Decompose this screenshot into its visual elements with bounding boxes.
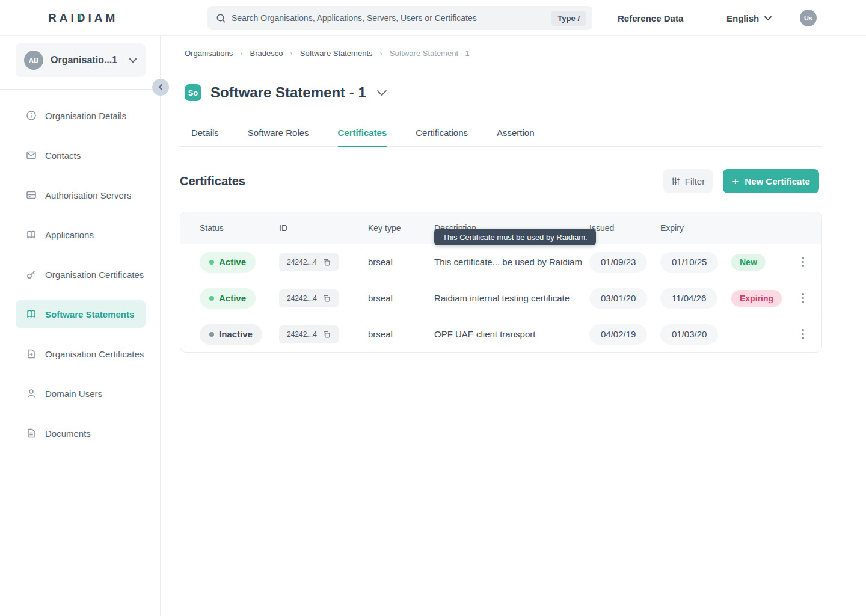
sidebar-item-organisation-details[interactable]: Organisation Details [16, 102, 146, 129]
language-selector[interactable]: English [726, 0, 772, 36]
description-cell: Raidiam internal testing certificate [434, 293, 589, 303]
status-badge: Inactive [200, 324, 262, 345]
page-title: Software Statement - 1 [210, 84, 366, 101]
breadcrumb-separator-icon: › [240, 49, 242, 58]
new-certificate-button[interactable]: + New Certificate [723, 169, 819, 193]
status-badge: Active [200, 288, 256, 309]
status-dot-icon [209, 332, 214, 337]
copy-icon[interactable] [322, 294, 331, 303]
filter-icon [671, 177, 680, 186]
search-icon [216, 13, 226, 23]
user-avatar[interactable]: Us [800, 10, 817, 26]
sidebar-item-software-statements[interactable]: Software Statements [16, 300, 146, 328]
entity-badge: So [185, 84, 201, 101]
status-badge: Active [200, 252, 256, 273]
issued-date-pill: 01/09/23 [589, 252, 647, 273]
breadcrumb-separator-icon: › [380, 49, 382, 58]
sidebar-collapse-button[interactable] [152, 79, 169, 96]
certificate-id-pill: 24242...4 [279, 253, 339, 271]
book-icon [26, 229, 37, 240]
sidebar-nav: Organisation Details Contacts Authorisat… [0, 90, 161, 447]
sidebar-item-authorisation-servers[interactable]: Authorisation Servers [16, 181, 146, 209]
breadcrumb-software-statements[interactable]: Software Statements [300, 49, 373, 58]
app: { "header": { "logo": "RAIDIAM", "logo_l… [0, 0, 866, 616]
certificate-id-pill: 24242...4 [279, 289, 339, 307]
chevron-left-icon [158, 84, 163, 91]
search-shortcut-badge: Type / [551, 11, 586, 26]
tooltip: This Certificate must be used by Raidiam… [434, 229, 596, 245]
description-cell: OPF UAE client transport [434, 329, 589, 339]
breadcrumb-current: Software Statement - 1 [390, 49, 470, 58]
info-icon [26, 110, 37, 121]
copy-icon[interactable] [322, 258, 331, 266]
key-icon [26, 269, 37, 280]
search-input[interactable] [232, 13, 551, 23]
breadcrumb: Organisations › Bradesco › Software Stat… [185, 49, 470, 58]
copy-icon[interactable] [322, 330, 331, 339]
filter-button[interactable]: Filter [663, 169, 713, 193]
plus-icon: + [732, 176, 739, 187]
row-actions-kebab-icon[interactable] [798, 289, 808, 307]
tab-certificates[interactable]: Certificates [338, 128, 387, 146]
chevron-down-icon [129, 58, 137, 63]
main-content: Organisations › Bradesco › Software Stat… [161, 36, 866, 616]
description-cell: This certificate... be used by Raidiam [434, 257, 589, 267]
status-dot-icon [209, 296, 214, 301]
expiry-date-pill: 01/03/20 [660, 324, 718, 345]
sidebar-item-documents[interactable]: Documents [16, 419, 146, 447]
sidebar-item-organisation-certificates[interactable]: Organisation Certificates [16, 260, 146, 288]
header-divider [693, 8, 693, 28]
raidiam-logo: RAIDIAM [48, 11, 118, 25]
chevron-down-icon [764, 16, 772, 21]
expiry-date-pill: 01/10/25 [660, 252, 718, 273]
tab-software-roles[interactable]: Software Roles [248, 128, 309, 146]
col-status: Status [200, 223, 279, 233]
book-icon [26, 309, 37, 319]
issued-date-pill: 03/01/20 [589, 288, 647, 309]
reference-data-link[interactable]: Reference Data [618, 0, 683, 36]
col-key-type: Key type [368, 223, 434, 233]
file-plus-icon [26, 348, 37, 359]
breadcrumb-separator-icon: › [290, 49, 292, 58]
issued-date-pill: 04/02/19 [589, 324, 647, 345]
user-icon [26, 388, 37, 399]
organisation-name: Organisatio...1 [51, 55, 129, 66]
sidebar-item-domain-users[interactable]: Domain Users [16, 380, 146, 407]
server-icon [26, 189, 37, 200]
top-header: RAIDIAM Type / Reference Data English Us [0, 0, 866, 36]
col-issued: Issued [589, 223, 660, 233]
certificate-id-pill: 24242...4 [279, 325, 339, 343]
document-icon [26, 428, 37, 439]
row-actions-kebab-icon[interactable] [798, 325, 808, 343]
table-row: Active 24242...4 brseal Raidiam internal… [180, 280, 821, 316]
key-type-cell: brseal [368, 257, 434, 267]
organisation-avatar: AB [24, 51, 43, 70]
breadcrumb-bradesco[interactable]: Bradesco [250, 49, 283, 58]
page-title-row: So Software Statement - 1 [185, 84, 387, 101]
sidebar-item-organisation-certificates-2[interactable]: Organisation Certificates [16, 340, 146, 368]
organisation-selector[interactable]: AB Organisatio...1 [16, 43, 146, 77]
key-type-cell: brseal [368, 329, 434, 339]
tab-assertion[interactable]: Assertion [497, 128, 535, 146]
status-dot-icon [209, 260, 214, 265]
global-search[interactable]: Type / [207, 6, 592, 30]
tab-certifications[interactable]: Certifications [416, 128, 468, 146]
row-actions-kebab-icon[interactable] [798, 253, 808, 271]
table-row: Inactive 24242...4 brseal OPF UAE client… [180, 316, 821, 352]
sidebar-item-applications[interactable]: Applications [16, 221, 146, 248]
tab-bar: Details Software Roles Certificates Cert… [180, 128, 822, 147]
col-expiry: Expiry [660, 223, 731, 233]
tab-details[interactable]: Details [191, 128, 219, 146]
expiry-date-pill: 11/04/26 [660, 288, 717, 309]
new-badge: New [731, 254, 766, 271]
section-title: Certificates [180, 174, 245, 188]
table-row: Active 24242...4 brseal This certificate… [180, 244, 821, 280]
title-chevron-down-icon[interactable] [376, 90, 387, 96]
sidebar-item-contacts[interactable]: Contacts [16, 141, 146, 169]
expiring-badge: Expiring [731, 290, 782, 307]
mail-icon [26, 150, 37, 161]
sidebar: AB Organisatio...1 Organisation Details … [0, 36, 161, 616]
col-id: ID [279, 223, 368, 233]
key-type-cell: brseal [368, 293, 434, 303]
breadcrumb-organisations[interactable]: Organisations [185, 49, 233, 58]
